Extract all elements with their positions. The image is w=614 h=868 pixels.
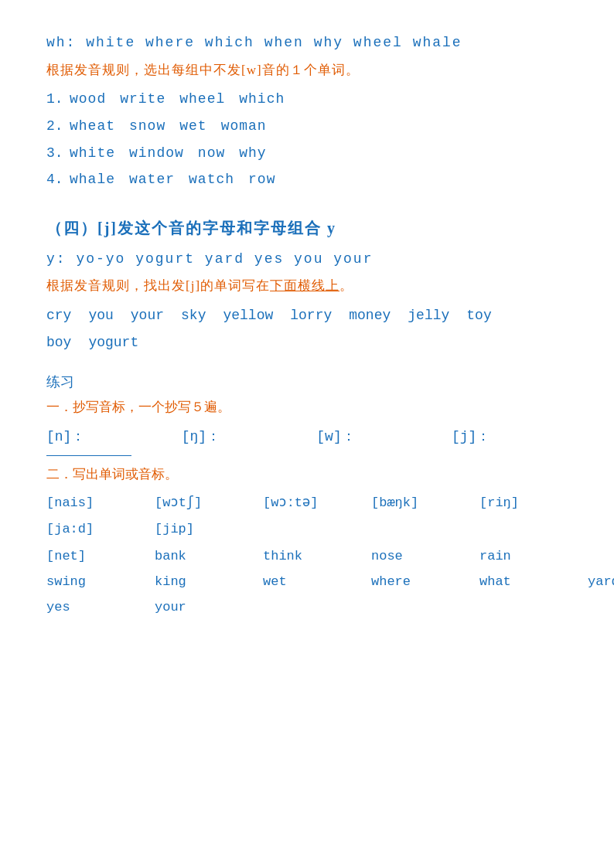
exercise-words-2: wheat snow wet woman: [70, 114, 267, 138]
exercise-words-3: white window now why: [70, 141, 267, 165]
word-cry: cry: [46, 304, 71, 328]
word-where2: where: [371, 571, 479, 594]
phonetic-w-label: [w]：: [316, 425, 355, 449]
ipa-jad: [ja:d]: [46, 519, 155, 541]
word-yogurt: yogurt: [88, 331, 138, 355]
wh-examples-line: wh: white where which when why wheel wha…: [46, 31, 568, 55]
word-money: money: [349, 304, 391, 328]
word-why: why: [239, 141, 266, 165]
phonetic-n: [n]：: [46, 425, 162, 449]
exercise-row-1: 1. wood write wheel which: [46, 87, 568, 111]
exercise-row-2: 2. wheat snow wet woman: [46, 114, 568, 138]
j-word-list-row1: cry you your sky yellow lorry money jell…: [46, 304, 568, 328]
word-jelly: jelly: [408, 304, 449, 328]
word-what2: what: [479, 571, 588, 594]
word-you: you: [88, 304, 113, 328]
phonetic-j-label: [j]：: [452, 425, 490, 449]
exercise-num-3: 3.: [46, 141, 70, 165]
j-section-title: （四）[j]发这个音的字母和字母组合 y: [46, 215, 568, 241]
j-instruction-underline: 下面横线上: [270, 278, 339, 293]
word-rain: rain: [479, 546, 588, 568]
plain-row2: swing king wet where what yard: [46, 571, 568, 594]
word-toy: toy: [466, 304, 491, 328]
ipa-woter: [wɔːtə]: [263, 492, 371, 515]
word-wood: wood: [70, 87, 106, 111]
word-row: row: [248, 168, 275, 192]
phonetic-ng: [ŋ]：: [182, 425, 298, 449]
ipa-jip: [jip]: [155, 519, 263, 541]
word-think: think: [263, 546, 371, 568]
phonetic-j: [j]：: [452, 425, 568, 449]
practice-sub2: 二．写出单词或音标。: [46, 464, 568, 486]
ipa-row1: [nais] [wɔtʃ] [wɔːtə] [bæŋk] [riŋ]: [46, 492, 568, 515]
exercise-num-1: 1.: [46, 87, 70, 111]
exercise-words-4: whale water watch row: [70, 168, 275, 192]
ipa-ring: [riŋ]: [479, 492, 588, 515]
exercise-num-4: 4.: [46, 168, 70, 192]
wh-instruction: 根据发音规则，选出每组中不发[w]音的１个单词。: [46, 60, 568, 82]
word-wheel: wheel: [179, 87, 225, 111]
word-now: now: [198, 141, 225, 165]
word-bank2: bank: [155, 546, 263, 568]
exercise-row-4: 4. whale water watch row: [46, 168, 568, 192]
word-lorry: lorry: [290, 304, 332, 328]
word-net: [net]: [46, 546, 155, 568]
phonetic-w: [w]：: [316, 425, 432, 449]
phonetic-ng-label: [ŋ]：: [182, 425, 220, 449]
phonetic-n-label: [n]：: [46, 425, 85, 449]
j-section: （四）[j]发这个音的字母和字母组合 y y: yo-yo yogurt yar…: [46, 215, 568, 355]
wh-section: wh: white where which when why wheel wha…: [46, 31, 568, 192]
plain-row3: yes your: [46, 597, 568, 619]
j-instruction-part2: 。: [339, 278, 353, 293]
j-instruction: 根据发音规则，找出发[j]的单词写在下面横线上。: [46, 275, 568, 298]
ipa-wotsh: [wɔtʃ]: [155, 492, 263, 515]
word-watch: watch: [189, 168, 234, 192]
word-wet: wet: [179, 114, 206, 138]
word-yes2: yes: [46, 597, 155, 619]
exercise-num-2: 2.: [46, 114, 70, 138]
practice-sub1: 一．抄写音标，一个抄写５遍。: [46, 397, 568, 419]
word-which-1: which: [239, 87, 285, 111]
word-yard2: yard: [588, 571, 614, 594]
word-your2: your: [155, 597, 263, 619]
word-sky: sky: [181, 304, 206, 328]
word-white: white: [70, 141, 115, 165]
divider: [46, 455, 131, 456]
word-water: water: [129, 168, 175, 192]
word-king: king: [155, 571, 263, 594]
word-nose: nose: [371, 546, 479, 568]
y-examples-line: y: yo-yo yogurt yard yes you your: [46, 247, 568, 271]
plain-row1: [net] bank think nose rain: [46, 546, 568, 568]
word-woman: woman: [221, 114, 267, 138]
word-boy: boy: [46, 331, 71, 355]
word-snow: snow: [129, 114, 165, 138]
word-write: write: [120, 87, 165, 111]
ipa-row2: [ja:d] [jip]: [46, 519, 568, 541]
word-wheat: wheat: [70, 114, 115, 138]
j-instruction-part1: 根据发音规则，找出发[j]的单词写在: [46, 278, 270, 293]
j-word-list-row2: boy yogurt: [46, 331, 568, 355]
exercise-row-3: 3. white window now why: [46, 141, 568, 165]
word-whale: whale: [70, 168, 115, 192]
word-your: your: [131, 304, 164, 328]
practice-section: 练习 一．抄写音标，一个抄写５遍。 [n]： [ŋ]： [w]： [j]： 二．…: [46, 370, 568, 619]
practice-title: 练习: [46, 370, 568, 394]
ipa-nais: [nais]: [46, 492, 155, 515]
ipa-bank: [bæŋk]: [371, 492, 479, 515]
phonetic-row: [n]： [ŋ]： [w]： [j]：: [46, 425, 568, 449]
exercise-words-1: wood write wheel which: [70, 87, 285, 111]
word-yellow: yellow: [223, 304, 273, 328]
word-wet2: wet: [263, 571, 371, 594]
word-window: window: [129, 141, 184, 165]
word-swing: swing: [46, 571, 155, 594]
